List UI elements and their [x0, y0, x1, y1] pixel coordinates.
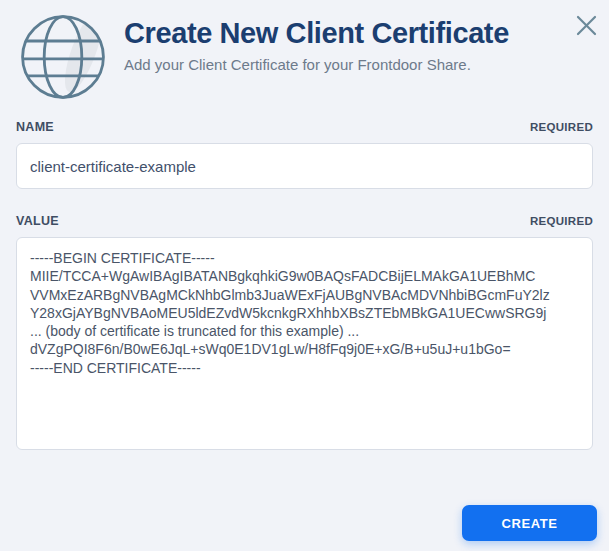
name-required-badge: REQUIRED: [530, 121, 593, 133]
close-icon: [573, 12, 600, 39]
value-textarea[interactable]: -----BEGIN CERTIFICATE----- MIIE/TCCA+Wg…: [16, 237, 593, 450]
dialog-header: Create New Client Certificate Add your C…: [16, 8, 593, 104]
dialog-header-text: Create New Client Certificate Add your C…: [124, 10, 509, 73]
create-client-certificate-dialog: Create New Client Certificate Add your C…: [0, 0, 609, 551]
create-button[interactable]: CREATE: [462, 505, 597, 541]
value-required-badge: REQUIRED: [530, 215, 593, 227]
name-field-header: NAME REQUIRED: [16, 120, 593, 134]
dialog-subtitle: Add your Client Certificate for your Fro…: [124, 56, 509, 73]
name-field-label: NAME: [16, 120, 54, 134]
dialog-title: Create New Client Certificate: [124, 18, 509, 50]
globe-icon: [16, 10, 110, 104]
value-field-label: VALUE: [16, 214, 59, 228]
value-field-header: VALUE REQUIRED: [16, 214, 593, 228]
close-button[interactable]: [571, 10, 601, 40]
name-input[interactable]: [16, 143, 593, 189]
